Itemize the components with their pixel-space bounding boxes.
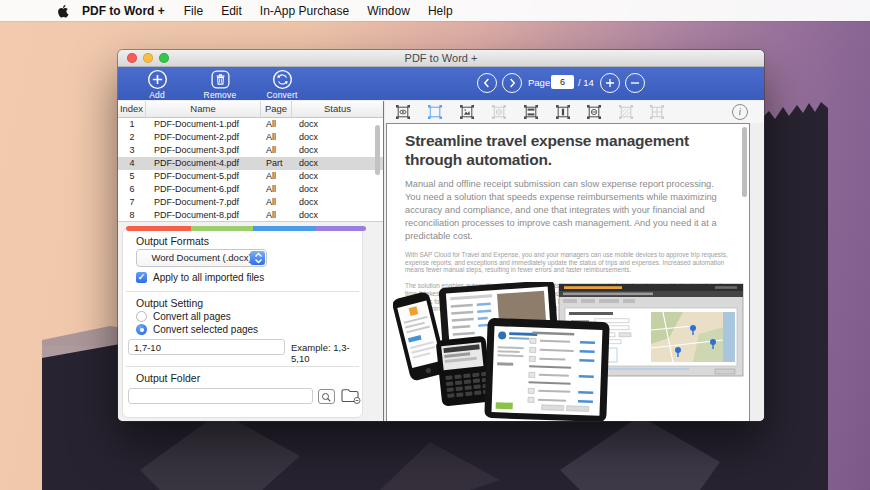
file-name-cell: PDF-Document-5.pdf: [146, 171, 261, 181]
window-titlebar[interactable]: PDF to Word +: [118, 50, 764, 67]
tool-select-region[interactable]: [427, 104, 443, 120]
options-area: Output Formats Word Document (.docx): [118, 222, 383, 421]
file-row[interactable]: 8PDF-Document-8.pdfAlldocx: [118, 208, 383, 221]
deselect-round-icon: [491, 104, 507, 120]
close-window-button[interactable]: [127, 53, 137, 63]
convert-all-pages-option[interactable]: Convert all pages: [136, 311, 231, 322]
tool-select-image[interactable]: [459, 104, 475, 120]
column-header-index[interactable]: Index: [118, 101, 146, 117]
column-header-status[interactable]: Status: [292, 101, 383, 117]
zoom-in-button[interactable]: [600, 73, 620, 93]
file-row[interactable]: 5PDF-Document-5.pdfAlldocx: [118, 170, 383, 183]
menu-app-name[interactable]: PDF to Word +: [82, 4, 165, 18]
convert-button[interactable]: Convert: [260, 69, 304, 100]
file-list-panel: Index Name Page Status 1PDF-Document-1.p…: [118, 101, 384, 421]
progress-bar: [126, 226, 366, 231]
select-image-icon: [459, 104, 475, 120]
menu-item-window[interactable]: Window: [367, 4, 410, 18]
format-dropdown[interactable]: Word Document (.docx): [136, 249, 267, 267]
options-card: Output Formats Word Document (.docx): [122, 228, 363, 418]
file-table-scrollbar[interactable]: [375, 125, 380, 175]
app-window: PDF to Word + Add Remove: [118, 50, 764, 421]
apply-all-label: Apply to all imported files: [153, 272, 264, 283]
add-button[interactable]: Add: [135, 69, 179, 100]
tool-select-rows[interactable]: [523, 104, 539, 120]
grid-region-icon: [649, 104, 665, 120]
menu-item-edit[interactable]: Edit: [221, 4, 242, 18]
file-status-cell: docx: [292, 171, 383, 181]
convert-all-radio[interactable]: [136, 311, 147, 322]
minimize-window-button[interactable]: [143, 53, 153, 63]
file-name-cell: PDF-Document-4.pdf: [146, 158, 261, 168]
column-header-page[interactable]: Page: [261, 101, 292, 117]
tool-exclude-region[interactable]: [586, 104, 602, 120]
preview-scrollbar[interactable]: [742, 127, 747, 197]
menu-item-file[interactable]: File: [184, 4, 203, 18]
file-row[interactable]: 3PDF-Document-3.pdfAlldocx: [118, 144, 383, 157]
tablet-front: [484, 318, 609, 421]
document-lead-paragraph: Manual and offline receipt submission ca…: [405, 178, 731, 243]
file-index-cell: 2: [118, 132, 146, 142]
file-row[interactable]: 7PDF-Document-7.pdfAlldocx: [118, 195, 383, 208]
file-table: Index Name Page Status 1PDF-Document-1.p…: [118, 101, 383, 222]
file-status-cell: docx: [292, 119, 383, 129]
page-label: Page: [528, 77, 550, 88]
zoom-out-button[interactable]: [625, 73, 645, 93]
file-page-cell: All: [261, 145, 292, 155]
apply-all-option[interactable]: Apply to all imported files: [136, 272, 264, 283]
minus-icon: [626, 74, 644, 92]
progress-segment: [253, 226, 315, 231]
file-page-cell: All: [261, 210, 292, 220]
format-dropdown-value: Word Document (.docx): [151, 252, 251, 263]
file-row[interactable]: 4PDF-Document-4.pdfPartdocx: [118, 157, 383, 170]
file-index-cell: 5: [118, 171, 146, 181]
zoom-window-button[interactable]: [159, 53, 169, 63]
open-folder-button[interactable]: [340, 386, 362, 405]
file-name-cell: PDF-Document-7.pdf: [146, 197, 261, 207]
divider: [126, 366, 359, 367]
convert-selected-label: Convert selected pages: [153, 324, 258, 335]
page-range-input[interactable]: [128, 339, 285, 355]
apply-all-checkbox[interactable]: [136, 272, 147, 283]
previous-page-button[interactable]: [477, 73, 497, 93]
tool-grid-region: [649, 104, 665, 120]
file-index-cell: 7: [118, 197, 146, 207]
info-button[interactable]: i: [732, 104, 748, 120]
menu-item-in-app-purchase[interactable]: In-App Purchase: [260, 4, 349, 18]
add-plus-icon: [147, 69, 168, 90]
file-row[interactable]: 6PDF-Document-6.pdfAlldocx: [118, 182, 383, 195]
document-paragraph-1: With SAP Cloud for Travel and Expense, y…: [405, 251, 731, 274]
column-header-name[interactable]: Name: [146, 101, 261, 117]
remove-button[interactable]: Remove: [198, 69, 242, 100]
hatch-region-icon: [618, 104, 634, 120]
file-row[interactable]: 2PDF-Document-2.pdfAlldocx: [118, 131, 383, 144]
select-columns-icon: [555, 104, 571, 120]
convert-selected-pages-option[interactable]: Convert selected pages: [136, 324, 258, 335]
file-index-cell: 8: [118, 210, 146, 220]
output-setting-title: Output Setting: [136, 297, 203, 309]
convert-refresh-icon: [272, 69, 293, 90]
dropdown-stepper-icon: [250, 251, 265, 265]
file-status-cell: docx: [292, 197, 383, 207]
tool-preview-eye[interactable]: [395, 104, 411, 120]
file-index-cell: 6: [118, 184, 146, 194]
document-page[interactable]: Streamline travel expense management thr…: [386, 123, 750, 421]
menu-item-help[interactable]: Help: [428, 4, 453, 18]
preview-eye-icon: [395, 104, 411, 120]
preview-tools: i: [385, 101, 764, 123]
file-index-cell: 1: [118, 119, 146, 129]
convert-selected-radio[interactable]: [136, 324, 147, 335]
tool-select-columns[interactable]: [555, 104, 571, 120]
devices-illustration: [393, 282, 747, 421]
file-page-cell: All: [261, 171, 292, 181]
next-page-button[interactable]: [502, 73, 522, 93]
browse-folder-button[interactable]: [318, 389, 335, 404]
apple-menu-icon[interactable]: [57, 4, 70, 18]
window-title: PDF to Word +: [118, 50, 764, 66]
file-table-header: Index Name Page Status: [118, 101, 383, 118]
file-name-cell: PDF-Document-1.pdf: [146, 119, 261, 129]
page-number-input[interactable]: [551, 75, 574, 89]
tool-deselect-round: [491, 104, 507, 120]
file-row[interactable]: 1PDF-Document-1.pdfAlldocx: [118, 118, 383, 131]
output-folder-input[interactable]: [128, 388, 313, 404]
